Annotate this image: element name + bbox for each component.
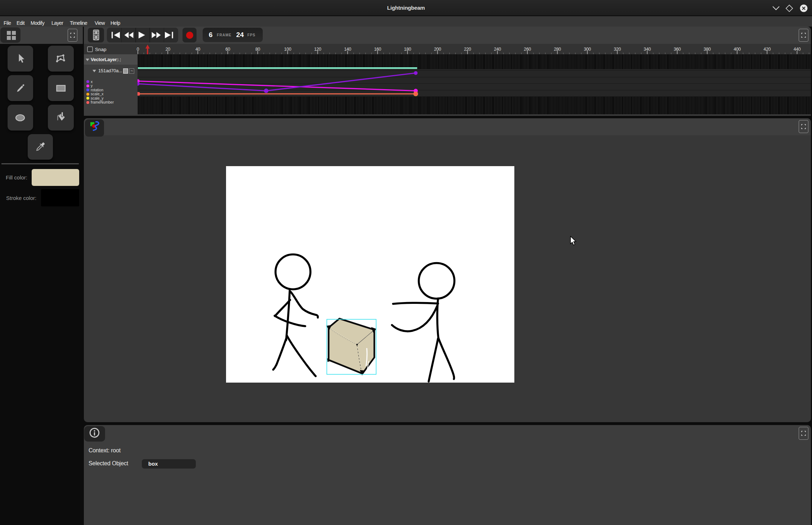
svg-text:60: 60 (225, 47, 230, 52)
svg-text:280: 280 (554, 47, 561, 52)
svg-text:120: 120 (314, 47, 321, 52)
svg-text:340: 340 (644, 47, 651, 52)
svg-text:100: 100 (284, 47, 291, 52)
svg-text:40: 40 (195, 47, 200, 52)
svg-text:320: 320 (614, 47, 621, 52)
svg-text:360: 360 (674, 47, 681, 52)
svg-text:240: 240 (494, 47, 501, 52)
svg-text:440: 440 (794, 47, 801, 52)
svg-text:20: 20 (166, 47, 171, 52)
svg-text:200: 200 (434, 47, 441, 52)
svg-text:400: 400 (734, 47, 741, 52)
svg-text:380: 380 (704, 47, 711, 52)
svg-text:0: 0 (137, 47, 139, 52)
svg-text:260: 260 (524, 47, 531, 52)
svg-text:160: 160 (374, 47, 381, 52)
svg-text:180: 180 (404, 47, 411, 52)
svg-text:80: 80 (255, 47, 260, 52)
svg-text:420: 420 (763, 47, 771, 52)
svg-text:220: 220 (464, 47, 471, 52)
svg-text:140: 140 (344, 47, 351, 52)
svg-text:300: 300 (584, 47, 591, 52)
